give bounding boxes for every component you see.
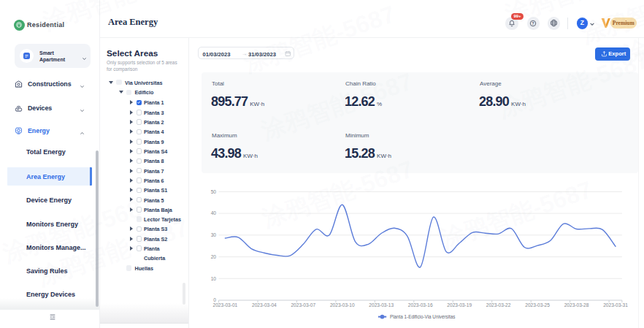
svg-text:2023-03-13: 2023-03-13 (369, 302, 394, 308)
svg-text:30: 30 (210, 232, 216, 237)
svg-text:20: 20 (210, 254, 216, 259)
svg-text:50: 50 (210, 189, 216, 194)
svg-text:2023-03-04: 2023-03-04 (252, 302, 277, 308)
svg-text:2023-03-16: 2023-03-16 (407, 302, 432, 308)
svg-text:2023-03-07: 2023-03-07 (291, 302, 315, 308)
svg-text:Planta 1-Edificio-Via Univérsi: Planta 1-Edificio-Via Univérsitas (390, 314, 455, 319)
svg-text:2023-03-31: 2023-03-31 (603, 302, 628, 308)
svg-text:2023-03-28: 2023-03-28 (564, 302, 589, 308)
svg-text:?: ? (532, 20, 534, 25)
svg-text:2023-03-01: 2023-03-01 (212, 302, 237, 308)
svg-text:0: 0 (213, 297, 216, 302)
svg-text:2023-03-25: 2023-03-25 (525, 302, 550, 308)
svg-text:40: 40 (210, 210, 216, 216)
svg-text:2023-03-19: 2023-03-19 (447, 302, 472, 308)
svg-text:2023-03-10: 2023-03-10 (329, 302, 354, 308)
svg-text:10: 10 (210, 276, 216, 281)
svg-text:2023-03-22: 2023-03-22 (486, 302, 510, 308)
